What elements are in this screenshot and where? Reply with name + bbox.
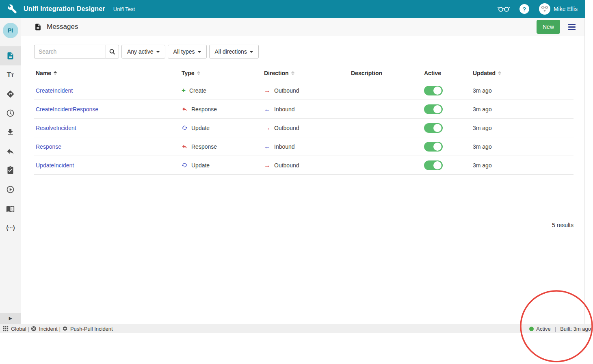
- arrow-left-icon: ←: [264, 143, 271, 150]
- sidebar-item-documentation[interactable]: [0, 199, 21, 218]
- chevron-down-icon: [198, 51, 201, 53]
- sidebar-item-fields[interactable]: TT: [0, 65, 21, 84]
- preview-glasses-icon[interactable]: [498, 5, 510, 13]
- column-header-type[interactable]: Type: [180, 70, 262, 76]
- direction-label: Inbound: [274, 106, 295, 113]
- sidebar-item-directions[interactable]: [0, 84, 21, 104]
- table-row: CreateIncidentResponse Response ← Inboun…: [34, 100, 574, 119]
- arrow-right-icon: →: [264, 125, 271, 131]
- messages-table: Name Type Direction Description Active: [34, 65, 574, 228]
- direction-filter-dropdown[interactable]: All directions: [209, 45, 259, 58]
- table-row: ResolveIncident Update → Outbound 3m ago: [34, 119, 574, 137]
- text-fields-icon: TT: [7, 71, 14, 79]
- page-header: Messages New: [21, 18, 584, 36]
- active-filter-dropdown[interactable]: Any active: [121, 45, 165, 58]
- plus-icon: +: [182, 87, 186, 94]
- status-bar: Global | Incident | Push-Pull Incident A…: [0, 324, 593, 333]
- reply-icon: [6, 147, 15, 156]
- sidebar-item-api[interactable]: ⟨···⟩: [0, 218, 21, 237]
- status-label: Active: [536, 326, 550, 332]
- type-filter-dropdown[interactable]: All types: [168, 45, 207, 58]
- active-toggle[interactable]: [424, 160, 443, 170]
- message-name-link[interactable]: CreateIncident: [36, 87, 73, 94]
- reply-icon: [182, 143, 188, 150]
- sidebar: PI TT ⟨···⟩: [0, 18, 21, 313]
- document-icon: [6, 52, 15, 60]
- sidebar-item-tasks[interactable]: [0, 161, 21, 180]
- direction-label: Outbound: [274, 87, 299, 94]
- separator: |: [59, 326, 61, 332]
- type-cell: Response: [180, 143, 262, 150]
- arrow-right-icon: →: [264, 162, 271, 169]
- main-content: Messages New Any active All types: [21, 18, 585, 324]
- build-status: Active | Built: 3m ago: [529, 326, 591, 332]
- help-icon[interactable]: ?: [519, 4, 529, 14]
- message-name-link[interactable]: Response: [36, 143, 61, 150]
- direction-label: Outbound: [274, 125, 299, 131]
- active-toggle[interactable]: [424, 123, 443, 133]
- type-cell: + Create: [180, 87, 262, 94]
- message-name-link[interactable]: UpdateIncident: [36, 162, 74, 169]
- updated-cell: 3m ago: [471, 87, 574, 94]
- user-name: Mike Ellis: [554, 6, 578, 12]
- direction-cell: → Outbound: [262, 87, 349, 94]
- sidebar-expand-button[interactable]: ▶: [0, 313, 21, 324]
- page-title: Messages: [47, 23, 78, 31]
- table-row: Response Response ← Inbound 3m ago: [34, 137, 574, 156]
- column-header-updated[interactable]: Updated: [471, 70, 574, 76]
- arrow-left-icon: ←: [264, 106, 271, 113]
- chevron-down-icon: [156, 51, 160, 53]
- sync-icon: [182, 125, 188, 131]
- type-cell: Response: [180, 106, 262, 113]
- sidebar-item-messages[interactable]: [0, 46, 21, 65]
- download-icon: [6, 128, 15, 136]
- type-label: Response: [191, 106, 217, 113]
- active-toggle[interactable]: [424, 86, 443, 95]
- search-button[interactable]: [106, 45, 119, 58]
- search-input[interactable]: [34, 45, 106, 58]
- sidebar-item-inbound[interactable]: [0, 123, 21, 142]
- sidebar-item-responses[interactable]: [0, 142, 21, 161]
- built-label: Built: 3m ago: [560, 326, 591, 332]
- direction-cell: ← Inbound: [262, 143, 349, 150]
- new-button[interactable]: New: [537, 20, 560, 34]
- active-toggle[interactable]: [424, 142, 443, 152]
- type-label: Update: [191, 162, 210, 169]
- sidebar-item-scheduled[interactable]: [0, 104, 21, 123]
- app-window: Unifi Integration Designer Unifi Test ?: [0, 0, 593, 364]
- updated-cell: 3m ago: [471, 143, 574, 150]
- column-header-description: Description: [349, 70, 422, 76]
- code-icon: ⟨···⟩: [6, 224, 15, 232]
- menu-icon[interactable]: [568, 23, 576, 31]
- record-indicator[interactable]: Incident: [31, 326, 58, 332]
- integration-avatar[interactable]: PI: [3, 23, 18, 38]
- grid-icon: [3, 326, 9, 332]
- user-menu[interactable]: Mike Ellis: [539, 3, 578, 15]
- updated-cell: 3m ago: [471, 106, 574, 113]
- results-count: 5 results: [34, 222, 574, 228]
- chevron-down-icon: [250, 51, 253, 53]
- message-name-link[interactable]: CreateIncidentResponse: [36, 106, 98, 113]
- process-indicator[interactable]: Push-Pull Incident: [62, 326, 113, 332]
- search-icon: [109, 49, 115, 55]
- table-row: UpdateIncident Update → Outbound 3m ago: [34, 156, 574, 175]
- book-icon: [6, 204, 15, 213]
- top-bar: Unifi Integration Designer Unifi Test ?: [0, 0, 585, 18]
- status-dot-icon: [529, 327, 534, 331]
- app-title: Unifi Integration Designer: [24, 5, 105, 13]
- sort-icon: [291, 71, 294, 75]
- updated-cell: 3m ago: [471, 125, 574, 131]
- message-name-link[interactable]: ResolveIncident: [36, 125, 76, 131]
- sidebar-item-run[interactable]: [0, 180, 21, 199]
- column-header-name[interactable]: Name: [34, 70, 180, 76]
- column-header-direction[interactable]: Direction: [262, 70, 349, 76]
- direction-cell: → Outbound: [262, 162, 349, 169]
- scope-indicator[interactable]: Global: [3, 326, 26, 332]
- sort-icon: [197, 71, 200, 75]
- active-toggle[interactable]: [424, 104, 443, 114]
- workspace-name[interactable]: Unifi Test: [113, 6, 135, 12]
- type-cell: Update: [180, 125, 262, 131]
- direction-cell: → Outbound: [262, 125, 349, 131]
- clock-icon: [6, 109, 15, 117]
- sync-icon: [182, 162, 188, 168]
